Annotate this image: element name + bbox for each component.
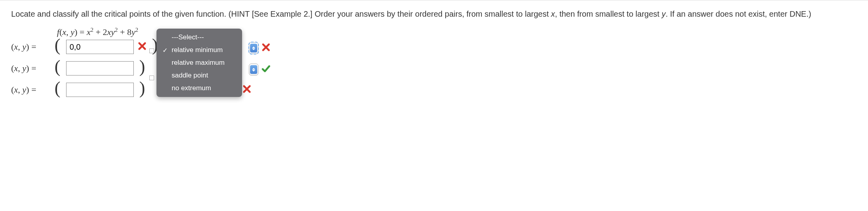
var-x: x bbox=[14, 42, 18, 52]
comma: , bbox=[18, 42, 22, 52]
eq-plus2: + 8 bbox=[118, 27, 131, 37]
close-eq: ) = bbox=[26, 63, 36, 73]
eq-y: y bbox=[70, 27, 74, 37]
eq-close-eq: ) = bbox=[74, 27, 87, 37]
question-instructions: Locate and classify all the critical poi… bbox=[11, 8, 857, 19]
wrong-icon bbox=[262, 43, 270, 54]
dropdown-option-label: saddle point bbox=[172, 72, 208, 79]
classification-select-2[interactable] bbox=[249, 64, 258, 75]
eq-comma: , bbox=[66, 27, 70, 37]
eq-exp-2c: 2 bbox=[135, 27, 138, 33]
comma: , bbox=[18, 63, 22, 73]
var-y: y bbox=[22, 42, 26, 52]
dropdown-option-no-extremum[interactable]: no extremum bbox=[156, 82, 242, 95]
xy-label: (x, y) = bbox=[11, 63, 49, 74]
critical-point-row-2: (x, y) = ( ) bbox=[11, 61, 857, 75]
instr-text-3: . If an answer does not exist, enter DNE… bbox=[666, 10, 811, 18]
xy-label: (x, y) = bbox=[11, 42, 49, 52]
dropdown-header[interactable]: ---Select--- bbox=[156, 31, 242, 44]
var-x: x bbox=[14, 85, 18, 95]
xy-label: (x, y) = bbox=[11, 85, 49, 95]
eq-rhs-y: y bbox=[131, 27, 135, 37]
eq-x: x bbox=[62, 27, 66, 37]
select-arrows-icon bbox=[250, 65, 257, 74]
dropdown-option-label: relative maximum bbox=[172, 59, 225, 67]
dropdown-option-relative-minimum[interactable]: relative minimum bbox=[156, 44, 242, 56]
eq-exp-2a: 2 bbox=[90, 27, 93, 33]
var-y: y bbox=[22, 85, 26, 95]
point-input-1[interactable] bbox=[66, 40, 134, 54]
eq-exp-2b: 2 bbox=[115, 27, 118, 33]
wrong-icon bbox=[242, 85, 251, 95]
classification-select-1[interactable] bbox=[249, 42, 258, 54]
instr-text-1: Locate and classify all the critical poi… bbox=[11, 10, 551, 18]
dropdown-option-label: relative minimum bbox=[172, 46, 223, 54]
correct-icon bbox=[262, 64, 270, 75]
close-eq: ) = bbox=[26, 85, 36, 95]
close-eq: ) = bbox=[26, 42, 36, 52]
option-checkbox-icon bbox=[149, 48, 154, 53]
instr-var-y: y bbox=[662, 10, 666, 18]
var-y: y bbox=[22, 63, 26, 73]
point-input-3[interactable] bbox=[66, 83, 134, 97]
var-x: x bbox=[14, 63, 18, 73]
point-input-2[interactable] bbox=[66, 61, 134, 75]
wrong-icon bbox=[138, 42, 147, 52]
critical-point-row-1: (x, y) = ( ) bbox=[11, 40, 857, 54]
eq-rhs-xy: xy bbox=[107, 27, 115, 37]
check-slot bbox=[161, 46, 168, 54]
comma: , bbox=[18, 85, 22, 95]
dropdown-option-relative-maximum[interactable]: relative maximum bbox=[156, 56, 242, 69]
option-checkbox-icon bbox=[149, 75, 154, 80]
dropdown-header-label: ---Select--- bbox=[172, 33, 204, 41]
dropdown-option-label: no extremum bbox=[172, 84, 211, 92]
eq-plus1: + 2 bbox=[94, 27, 107, 37]
instr-var-x: x bbox=[551, 10, 555, 18]
select-arrows-icon bbox=[250, 44, 257, 52]
dropdown-option-saddle-point[interactable]: saddle point bbox=[156, 69, 242, 82]
critical-point-row-3: (x, y) = ( ) 6 saddle point bbox=[11, 83, 857, 97]
classification-dropdown-menu: ---Select--- relative minimum relative m… bbox=[156, 29, 242, 97]
instr-text-2: , then from smallest to largest bbox=[555, 10, 662, 18]
